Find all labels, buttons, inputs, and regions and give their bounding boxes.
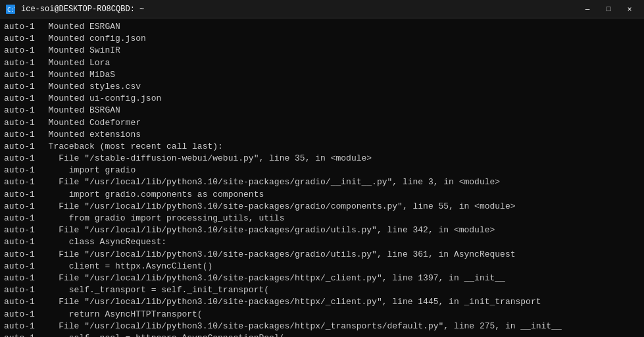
line-content: File "/usr/local/lib/python3.10/site-pac… <box>38 201 640 213</box>
line-content: from gradio import processing_utils, uti… <box>38 213 640 224</box>
line-content: Traceback (most recent call last): <box>38 141 640 153</box>
line-content: File "/usr/local/lib/python3.10/site-pac… <box>38 296 640 308</box>
line-content: import gradio.components as components <box>38 189 640 201</box>
maximize-button[interactable]: □ <box>599 3 618 16</box>
terminal-content: auto-1 Mounted ESRGANauto-1 Mounted conf… <box>0 18 644 337</box>
window-title: ice-soi@DESKTOP-RO8CQBD: ~ <box>21 5 573 14</box>
line-prefix: auto-1 <box>4 141 38 153</box>
terminal-line: auto-1 Mounted styles.csv <box>4 81 640 93</box>
terminal-line: auto-1 client = httpx.AsyncClient() <box>4 261 640 272</box>
line-content: File "/usr/local/lib/python3.10/site-pac… <box>38 249 640 261</box>
line-prefix: auto-1 <box>4 201 38 213</box>
terminal-line: auto-1 Mounted SwinIR <box>4 45 640 57</box>
line-prefix: auto-1 <box>4 33 38 45</box>
line-content: Mounted BSRGAN <box>38 105 640 117</box>
line-content: self._pool = httpcore.AsyncConnectionPoo… <box>38 332 640 337</box>
terminal-line: auto-1 File "/usr/local/lib/python3.10/s… <box>4 296 640 308</box>
terminal-line: auto-1 return AsyncHTTPTransport( <box>4 309 640 321</box>
line-prefix: auto-1 <box>4 93 38 105</box>
line-content: File "/usr/local/lib/python3.10/site-pac… <box>38 176 640 188</box>
terminal-line: auto-1 import gradio.components as compo… <box>4 189 640 201</box>
line-content: File "/usr/local/lib/python3.10/site-pac… <box>38 224 640 236</box>
terminal-line: auto-1 class AsyncRequest: <box>4 236 640 248</box>
line-content: File "/stable-diffusion-webui/webui.py",… <box>38 153 640 165</box>
terminal-line: auto-1 Mounted config.json <box>4 33 640 45</box>
terminal-line: auto-1 File "/usr/local/lib/python3.10/s… <box>4 321 640 332</box>
line-prefix: auto-1 <box>4 81 38 93</box>
line-content: Mounted Codeformer <box>38 117 640 129</box>
line-prefix: auto-1 <box>4 57 38 69</box>
line-content: self._transport = self._init_transport( <box>38 284 640 296</box>
line-content: Mounted extensions <box>38 129 640 141</box>
line-prefix: auto-1 <box>4 69 38 81</box>
line-prefix: auto-1 <box>4 153 38 165</box>
line-prefix: auto-1 <box>4 165 38 176</box>
line-content: return AsyncHTTPTransport( <box>38 309 640 321</box>
line-prefix: auto-1 <box>4 105 38 117</box>
minimize-button[interactable]: — <box>578 3 597 16</box>
line-prefix: auto-1 <box>4 117 38 129</box>
svg-text:C:\: C:\ <box>7 7 15 13</box>
line-content: Mounted MiDaS <box>38 69 640 81</box>
line-prefix: auto-1 <box>4 129 38 141</box>
terminal-icon: C:\ <box>5 4 16 14</box>
line-content: client = httpx.AsyncClient() <box>38 261 640 272</box>
terminal-line: auto-1 File "/usr/local/lib/python3.10/s… <box>4 272 640 284</box>
line-prefix: auto-1 <box>4 224 38 236</box>
line-prefix: auto-1 <box>4 21 38 33</box>
line-content: File "/usr/local/lib/python3.10/site-pac… <box>38 321 640 332</box>
terminal-line: auto-1 Mounted ui-config.json <box>4 93 640 105</box>
line-content: Mounted ESRGAN <box>38 21 640 33</box>
terminal-line: auto-1 Mounted BSRGAN <box>4 105 640 117</box>
terminal-line: auto-1 self._transport = self._init_tran… <box>4 284 640 296</box>
terminal-line: auto-1 Traceback (most recent call last)… <box>4 141 640 153</box>
line-content: import gradio <box>38 165 640 176</box>
line-prefix: auto-1 <box>4 296 38 308</box>
terminal-line: auto-1 File "/usr/local/lib/python3.10/s… <box>4 224 640 236</box>
line-prefix: auto-1 <box>4 189 38 201</box>
line-content: Mounted Lora <box>38 57 640 69</box>
line-prefix: auto-1 <box>4 213 38 224</box>
line-prefix: auto-1 <box>4 272 38 284</box>
terminal-line: auto-1 Mounted ESRGAN <box>4 21 640 33</box>
line-prefix: auto-1 <box>4 45 38 57</box>
line-prefix: auto-1 <box>4 176 38 188</box>
line-prefix: auto-1 <box>4 284 38 296</box>
line-content: Mounted SwinIR <box>38 45 640 57</box>
line-content: Mounted ui-config.json <box>38 93 640 105</box>
line-prefix: auto-1 <box>4 249 38 261</box>
terminal-line: auto-1 File "/stable-diffusion-webui/web… <box>4 153 640 165</box>
line-content: class AsyncRequest: <box>38 236 640 248</box>
terminal-line: auto-1 File "/usr/local/lib/python3.10/s… <box>4 176 640 188</box>
terminal-line: auto-1 File "/usr/local/lib/python3.10/s… <box>4 249 640 261</box>
terminal-line: auto-1 from gradio import processing_uti… <box>4 213 640 224</box>
line-content: Mounted config.json <box>38 33 640 45</box>
terminal-line: auto-1 Mounted Lora <box>4 57 640 69</box>
window-controls: — □ ✕ <box>578 3 639 16</box>
line-content: Mounted styles.csv <box>38 81 640 93</box>
line-prefix: auto-1 <box>4 236 38 248</box>
terminal-line: auto-1 Mounted Codeformer <box>4 117 640 129</box>
terminal-line: auto-1 self._pool = httpcore.AsyncConnec… <box>4 332 640 337</box>
close-button[interactable]: ✕ <box>620 3 639 16</box>
terminal-line: auto-1 File "/usr/local/lib/python3.10/s… <box>4 201 640 213</box>
terminal-line: auto-1 Mounted MiDaS <box>4 69 640 81</box>
line-prefix: auto-1 <box>4 261 38 272</box>
title-bar: C:\ ice-soi@DESKTOP-RO8CQBD: ~ — □ ✕ <box>0 0 644 18</box>
line-prefix: auto-1 <box>4 309 38 321</box>
line-prefix: auto-1 <box>4 321 38 332</box>
terminal-line: auto-1 Mounted extensions <box>4 129 640 141</box>
line-content: File "/usr/local/lib/python3.10/site-pac… <box>38 272 640 284</box>
line-prefix: auto-1 <box>4 332 38 337</box>
terminal-line: auto-1 import gradio <box>4 165 640 176</box>
